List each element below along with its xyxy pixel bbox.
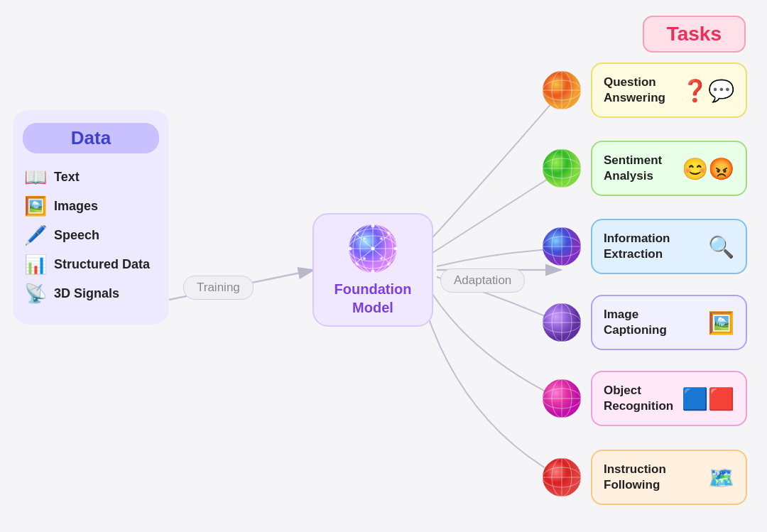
task-card-instruction-following: Instruction Following 🗺️ xyxy=(591,450,747,505)
svg-point-18 xyxy=(387,263,390,266)
svg-point-23 xyxy=(380,257,383,260)
sentiment-analysis-label: Sentiment Analysis xyxy=(604,153,676,184)
task-card-sentiment: Sentiment Analysis 😊😡 xyxy=(591,141,747,196)
image-captioning-label: Image Captioning xyxy=(604,307,702,338)
svg-point-14 xyxy=(394,247,398,251)
object-recognition-label: Object Recognition xyxy=(604,383,676,414)
svg-point-22 xyxy=(363,257,366,260)
foundation-model-box: FoundationModel xyxy=(312,213,433,327)
task-card-question-answering: Question Answering ❓💬 xyxy=(591,63,747,118)
training-label: Training xyxy=(183,276,254,300)
foundation-model-label: FoundationModel xyxy=(334,280,412,317)
text-icon: 📖 xyxy=(23,166,48,188)
tasks-label: Tasks xyxy=(643,16,746,53)
instruction-following-icon: 🗺️ xyxy=(708,465,734,490)
svg-point-15 xyxy=(356,232,359,234)
object-recognition-icon: 🟦🟥 xyxy=(682,386,734,411)
svg-point-13 xyxy=(349,247,352,251)
task-card-object-recognition: Object Recognition 🟦🟥 xyxy=(591,371,747,426)
data-item-text: 📖 Text xyxy=(23,166,159,188)
svg-point-17 xyxy=(356,263,359,266)
svg-point-19 xyxy=(371,247,375,251)
svg-point-12 xyxy=(371,270,375,273)
info-extraction-icon: 🔍 xyxy=(708,234,734,259)
structured-data-icon: 📊 xyxy=(23,254,48,276)
svg-point-21 xyxy=(380,237,383,240)
svg-point-16 xyxy=(387,232,390,234)
data-item-images: 🖼️ Images xyxy=(23,195,159,217)
instruction-following-label: Instruction Following xyxy=(604,462,702,493)
data-item-3d-signals: 📡 3D Signals xyxy=(23,283,159,305)
data-item-structured: 📊 Structured Data xyxy=(23,254,159,276)
images-icon: 🖼️ xyxy=(23,195,48,217)
svg-point-11 xyxy=(371,224,375,228)
information-extraction-label: Information Extraction xyxy=(604,231,702,262)
sentiment-icon: 😊😡 xyxy=(682,156,734,181)
data-panel: Data 📖 Text 🖼️ Images 🖊️ Speech 📊 Struct… xyxy=(13,110,169,325)
3d-signals-icon: 📡 xyxy=(23,283,48,305)
question-answering-icon: ❓💬 xyxy=(682,78,734,103)
speech-icon: 🖊️ xyxy=(23,224,48,246)
svg-point-20 xyxy=(363,237,366,240)
data-title: Data xyxy=(23,123,159,153)
image-captioning-icon: 🖼️ xyxy=(708,310,734,335)
task-card-info-extraction: Information Extraction 🔍 xyxy=(591,219,747,274)
adaptation-label: Adaptation xyxy=(440,268,525,293)
data-item-speech: 🖊️ Speech xyxy=(23,224,159,246)
task-card-image-captioning: Image Captioning 🖼️ xyxy=(591,295,747,350)
question-answering-label: Question Answering xyxy=(604,75,676,106)
